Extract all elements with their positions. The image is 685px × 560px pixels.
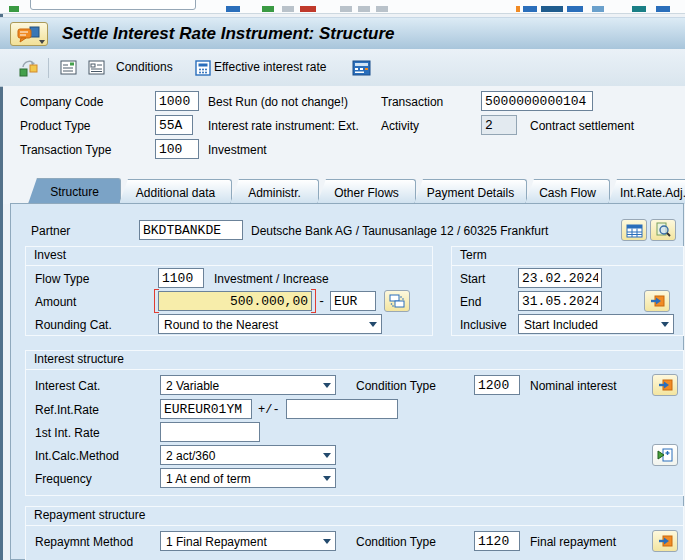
sap-window: Settle Interest Rate Instrument: Structu… xyxy=(0,0,685,560)
repayment-method-label: Repaymnt Method xyxy=(35,535,133,549)
exit-icon[interactable] xyxy=(282,6,294,12)
copy-interest-condition-button[interactable] xyxy=(652,374,678,396)
shortcut-icon[interactable] xyxy=(632,6,646,12)
display-partner-button[interactable] xyxy=(650,219,676,241)
detail-list-button[interactable] xyxy=(56,56,82,80)
header-data-area: Company Code Best Run (do not change!) T… xyxy=(3,86,685,170)
repayment-method-value: 1 Final Repayment xyxy=(166,535,267,549)
start-date-field[interactable] xyxy=(518,268,602,288)
partner-display-icon xyxy=(655,222,672,238)
detail-list-icon xyxy=(60,60,78,76)
print-icon[interactable] xyxy=(340,6,352,12)
frequency-dropdown[interactable]: 1 At end of term xyxy=(160,468,336,488)
transaction-type-label: Transaction Type xyxy=(20,143,111,157)
partner-field[interactable] xyxy=(139,220,243,240)
save-icon[interactable] xyxy=(226,6,240,12)
detail-form-icon xyxy=(88,60,106,76)
first-page-icon[interactable] xyxy=(516,6,520,12)
currency-field[interactable] xyxy=(330,291,376,311)
enter-icon[interactable] xyxy=(9,6,19,12)
page-up-icon[interactable] xyxy=(523,6,537,12)
partner-label: Partner xyxy=(31,224,70,238)
display-currency-button[interactable] xyxy=(384,290,410,312)
ref-int-rate-field[interactable] xyxy=(160,399,252,419)
tab-other-flows[interactable]: Other Flows xyxy=(317,179,416,204)
dropdown-arrow-icon xyxy=(323,383,331,388)
repayment-condition-type-field[interactable] xyxy=(474,531,520,551)
detail-form-button[interactable] xyxy=(84,56,110,80)
command-field[interactable] xyxy=(30,0,196,10)
tab-int-rate-adj[interactable]: Int.Rate.Adj. xyxy=(608,179,685,204)
find-next-icon[interactable] xyxy=(376,6,388,12)
spread-field[interactable] xyxy=(286,399,398,419)
effective-rate-calc-button[interactable] xyxy=(190,56,216,80)
repayment-condition-type-label: Condition Type xyxy=(356,535,436,549)
tab-structure[interactable]: Structure xyxy=(28,178,121,204)
insert-condition-button[interactable] xyxy=(652,444,678,466)
repayment-method-dropdown[interactable]: 1 Final Repayment xyxy=(160,531,336,551)
invest-group-title: Invest xyxy=(26,247,432,266)
int-calc-method-label: Int.Calc.Method xyxy=(35,449,119,463)
tab-payment-details[interactable]: Payment Details xyxy=(414,179,527,204)
shift-date-icon xyxy=(649,293,665,309)
first-int-rate-field[interactable] xyxy=(160,422,260,442)
copy-condition-icon xyxy=(657,533,673,549)
interest-cat-label: Interest Cat. xyxy=(35,379,100,393)
company-code-label: Company Code xyxy=(20,95,103,109)
transaction-type-field[interactable] xyxy=(155,139,199,159)
shift-end-date-button[interactable] xyxy=(644,290,670,312)
end-date-field[interactable] xyxy=(518,291,602,311)
tab-administr[interactable]: Administr. xyxy=(230,179,319,204)
product-type-desc: Interest rate instrument: Ext. xyxy=(208,119,359,133)
partner-payment-details-button[interactable] xyxy=(621,219,647,241)
invest-group: Invest Flow Type Investment / Increase A… xyxy=(25,246,433,336)
first-int-rate-label: 1st Int. Rate xyxy=(35,426,100,440)
tab-cash-flow[interactable]: Cash Flow xyxy=(525,179,610,204)
amount-field-highlight xyxy=(158,291,312,311)
cancel-icon[interactable] xyxy=(300,6,316,12)
product-type-label: Product Type xyxy=(20,119,91,133)
int-calc-method-dropdown[interactable]: 2 act/360 xyxy=(160,445,336,465)
start-label: Start xyxy=(460,272,485,286)
effective-interest-rate-label[interactable]: Effective interest rate xyxy=(214,60,327,74)
repayment-structure-group: Repayment structure Repaymnt Method 1 Fi… xyxy=(25,506,684,560)
page-down-icon[interactable] xyxy=(541,6,563,12)
repayment-condition-type-desc: Final repayment xyxy=(530,535,616,549)
rounding-cat-dropdown[interactable]: Round to the Nearest xyxy=(158,314,382,334)
product-type-field[interactable] xyxy=(155,115,193,135)
inclusive-dropdown[interactable]: Start Included xyxy=(518,314,674,334)
back-icon[interactable] xyxy=(262,6,274,12)
find-icon[interactable] xyxy=(358,6,370,12)
company-code-field[interactable] xyxy=(155,91,199,111)
new-session-icon[interactable] xyxy=(592,6,604,12)
dropdown-arrow-icon xyxy=(323,476,331,481)
transaction-field[interactable] xyxy=(481,91,593,111)
frequency-value: 1 At end of term xyxy=(166,472,251,486)
end-label: End xyxy=(460,295,481,309)
conditions-button[interactable]: Conditions xyxy=(116,60,173,74)
rounding-cat-label: Rounding Cat. xyxy=(35,318,112,332)
interest-condition-type-desc: Nominal interest xyxy=(530,379,617,393)
last-page-icon[interactable] xyxy=(567,6,583,12)
activity-desc: Contract settlement xyxy=(530,119,634,133)
copy-repayment-condition-button[interactable] xyxy=(652,530,678,552)
help-icon[interactable] xyxy=(656,6,670,12)
int-calc-method-value: 2 act/360 xyxy=(166,449,215,463)
amount-field[interactable] xyxy=(158,291,312,311)
services-for-object-button[interactable] xyxy=(10,22,48,46)
amount-separator: - xyxy=(318,295,325,309)
financial-calculator-button[interactable] xyxy=(348,56,374,80)
company-code-desc: Best Run (do not change!) xyxy=(208,95,348,109)
activity-field[interactable] xyxy=(481,115,517,135)
tab-additional-data[interactable]: Additional data xyxy=(119,179,232,204)
flow-type-field[interactable] xyxy=(158,268,204,288)
inclusive-label: Inclusive xyxy=(460,318,507,332)
check-transfer-button[interactable] xyxy=(16,56,42,80)
interest-structure-group: Interest structure Interest Cat. 2 Varia… xyxy=(25,350,684,496)
interest-condition-type-field[interactable] xyxy=(474,375,520,395)
dropdown-corner-icon xyxy=(39,40,45,44)
interest-cat-dropdown[interactable]: 2 Variable xyxy=(160,375,336,395)
transaction-type-desc: Investment xyxy=(208,143,267,157)
frequency-label: Frequency xyxy=(35,472,92,486)
inclusive-value: Start Included xyxy=(524,318,598,332)
